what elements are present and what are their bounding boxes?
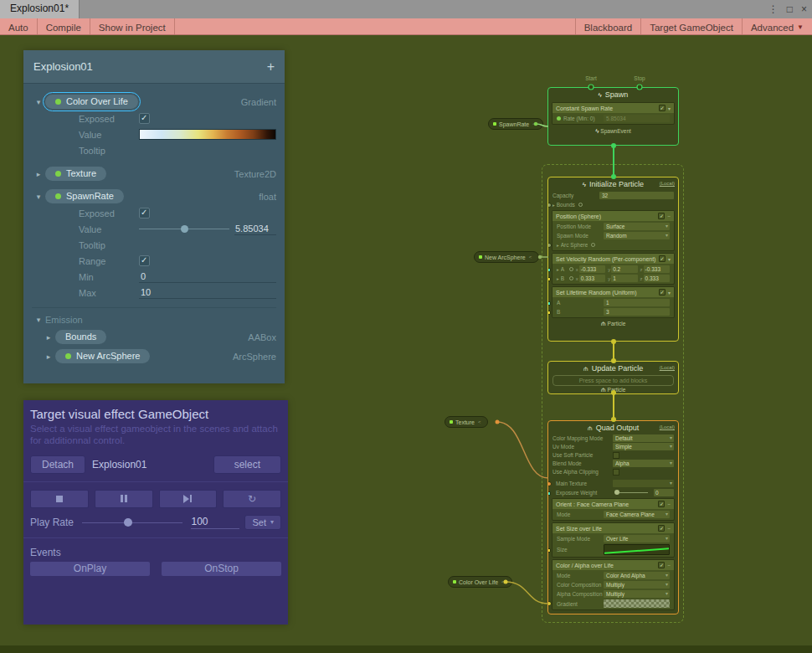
target-gameobject-toggle-button[interactable]: Target GameObject <box>640 18 742 34</box>
collapse-icon[interactable]: − <box>667 526 671 531</box>
param-node-texture[interactable]: Texture < <box>445 416 488 428</box>
exposure-weight-slider[interactable] <box>613 489 651 496</box>
exposed-checkbox[interactable] <box>139 208 150 219</box>
play-rate-slider[interactable] <box>79 517 186 528</box>
collapse-icon[interactable]: − <box>667 213 671 219</box>
set-velocity-random-block[interactable]: Set Velocity Random (Per-component)✓▾ ▸ … <box>552 253 675 285</box>
close-icon[interactable]: × <box>801 3 807 15</box>
step-button[interactable] <box>159 490 218 508</box>
position-sphere-block[interactable]: Position (Sphere)✓− Position Mode Surfac… <box>552 210 675 251</box>
detach-button[interactable]: Detach <box>30 455 85 474</box>
capacity-field[interactable]: 32 <box>599 192 674 199</box>
bounds-port[interactable] <box>547 203 552 208</box>
advanced-dropdown-button[interactable]: Advanced▼ <box>742 18 812 34</box>
block-enabled-checkbox[interactable]: ✓ <box>659 105 666 111</box>
exposed-checkbox[interactable] <box>139 113 150 124</box>
chevron-right-icon[interactable]: ▸ <box>32 170 45 178</box>
expand-arrow-icon[interactable]: ▸ <box>557 267 559 272</box>
constant-spawn-rate-block[interactable]: Constant Spawn Rate✓▾ Rate (Min: 0) 5.85… <box>552 102 675 125</box>
block-enabled-checkbox[interactable]: ✓ <box>659 255 666 262</box>
collapse-icon[interactable]: − <box>667 501 671 506</box>
add-blocks-placeholder[interactable]: Press space to add blocks <box>552 375 674 386</box>
expand-arrow-icon[interactable]: ▸ <box>557 243 559 248</box>
space-mode-link[interactable]: (Local) <box>660 424 675 429</box>
collapse-icon[interactable]: ▾ <box>668 105 671 111</box>
main-texture-field[interactable] <box>613 480 674 487</box>
param-node-color-over-life[interactable]: Color Over Life < <box>448 576 512 588</box>
add-parameter-button[interactable]: + <box>267 59 275 75</box>
orient-mode-dropdown[interactable]: Face Camera Plane <box>604 511 670 518</box>
alpha-clipping-checkbox[interactable] <box>613 469 619 476</box>
document-tab[interactable]: Explosion01* <box>0 0 80 18</box>
exposure-weight-field[interactable]: 0 <box>654 489 674 496</box>
stop-button[interactable] <box>30 490 89 508</box>
compile-button[interactable]: Compile <box>38 18 90 34</box>
collapse-icon[interactable]: < <box>532 121 536 126</box>
velocity-a-port[interactable] <box>547 268 551 272</box>
block-enabled-checkbox[interactable]: ✓ <box>659 289 666 296</box>
auto-toggle-button[interactable]: Auto <box>0 18 38 34</box>
chevron-right-icon[interactable]: ▸ <box>42 333 55 342</box>
velocity-a-y-field[interactable]: 0.2 <box>611 265 637 273</box>
velocity-b-x-field[interactable]: 0.333 <box>579 275 605 282</box>
gradient-field[interactable] <box>604 599 670 608</box>
orient-block[interactable]: Orient : Face Camera Plane✓− Mode Face C… <box>552 498 675 521</box>
show-in-project-button[interactable]: Show in Project <box>90 18 175 34</box>
param-pill-bounds[interactable]: Bounds <box>55 330 106 344</box>
size-curve-field[interactable] <box>604 544 670 555</box>
update-particle-node[interactable]: ΨUpdate Particle(Local) Press space to a… <box>547 361 679 394</box>
velocity-b-z-field[interactable]: 0.333 <box>644 275 670 282</box>
color-mapping-dropdown[interactable]: Default <box>613 434 674 442</box>
space-toggle-icon[interactable] <box>591 243 595 247</box>
space-mode-link[interactable]: (Local) <box>660 181 675 186</box>
chevron-down-icon[interactable]: ▾ <box>32 193 45 201</box>
velocity-a-z-field[interactable]: -0.333 <box>644 265 670 273</box>
blend-mode-dropdown[interactable]: Alpha <box>613 460 674 467</box>
restart-button[interactable]: ↻ <box>223 490 281 508</box>
select-button[interactable]: select <box>213 455 281 474</box>
set-lifetime-random-block[interactable]: Set Lifetime Random (Uniform)✓▾ A 1 B 3 <box>552 286 675 318</box>
onstop-button[interactable]: OnStop <box>162 562 281 576</box>
collapse-icon[interactable]: ▾ <box>668 256 671 262</box>
sample-mode-dropdown[interactable]: Over Life <box>604 535 670 542</box>
main-texture-port[interactable] <box>547 481 552 486</box>
spawn-context-node[interactable]: ϟSpawn Constant Spawn Rate✓▾ Rate (Min: … <box>547 87 679 146</box>
space-mode-link[interactable]: (Local) <box>660 365 675 370</box>
gradient-preview-field[interactable] <box>139 129 276 140</box>
collapse-icon[interactable]: < <box>529 255 532 260</box>
block-enabled-checkbox[interactable]: ✓ <box>658 562 665 568</box>
block-enabled-checkbox[interactable]: ✓ <box>658 525 665 532</box>
param-node-arcsphere[interactable]: New ArcSphere < <box>474 251 539 263</box>
rate-port[interactable] <box>557 116 561 121</box>
collapse-icon[interactable]: < <box>501 579 505 584</box>
lifetime-b-field[interactable]: 3 <box>604 308 670 316</box>
spawn-mode-dropdown[interactable]: Random <box>604 232 670 239</box>
set-size-over-life-block[interactable]: Set Size over Life✓− Sample Mode Over Li… <box>552 522 675 558</box>
param-pill-color-over-life[interactable]: Color Over Life <box>45 95 138 109</box>
lifetime-a-port[interactable] <box>547 301 551 306</box>
graph-canvas[interactable]: Start Stop ϟSpawn Constant Spawn Rate✓▾ … <box>0 35 812 653</box>
collapse-icon[interactable]: − <box>667 563 671 568</box>
onplay-button[interactable]: OnPlay <box>30 562 150 576</box>
collapse-icon[interactable]: < <box>478 419 481 424</box>
param-pill-spawnrate[interactable]: SpawnRate <box>45 189 124 203</box>
lifetime-a-field[interactable]: 1 <box>604 299 670 306</box>
quad-output-node[interactable]: ΨQuad Output(Local) Color Mapping Mode D… <box>547 420 679 614</box>
category-emission[interactable]: ▾ Emission <box>32 307 276 325</box>
value-field[interactable]: 5.85034 <box>234 224 276 235</box>
velocity-b-y-field[interactable]: 1 <box>611 275 637 282</box>
chevron-down-icon[interactable]: ▾ <box>32 316 45 324</box>
range-checkbox[interactable] <box>139 255 150 266</box>
lifetime-b-port[interactable] <box>547 311 551 315</box>
menu-icon[interactable]: ⋮ <box>768 3 779 15</box>
uv-mode-dropdown[interactable]: Simple <box>613 443 674 450</box>
blackboard-toggle-button[interactable]: Blackboard <box>575 18 641 34</box>
value-slider[interactable] <box>139 224 229 234</box>
size-port[interactable] <box>547 548 551 553</box>
alpha-composition-dropdown[interactable]: Multiply <box>604 590 670 598</box>
block-enabled-checkbox[interactable]: ✓ <box>658 501 665 507</box>
pause-button[interactable] <box>95 490 153 508</box>
collapse-icon[interactable]: ▾ <box>668 290 671 296</box>
play-rate-field[interactable]: 100 <box>191 516 239 529</box>
exposure-weight-port[interactable] <box>547 491 551 496</box>
